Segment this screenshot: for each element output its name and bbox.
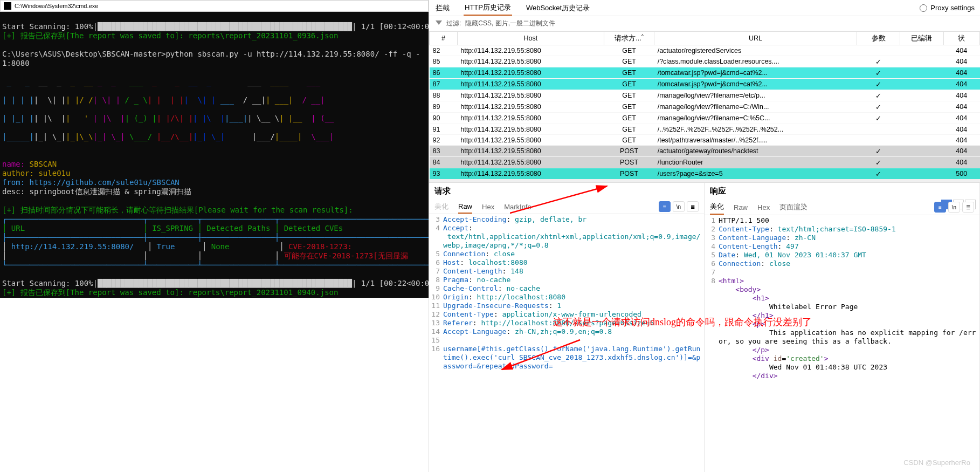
- table-row[interactable]: 92http://114.132.219.55:8080GET/test/pat…: [430, 135, 980, 146]
- col-edited[interactable]: 已编辑: [900, 32, 943, 45]
- req-newline-icon[interactable]: \n: [673, 201, 685, 212]
- table-row[interactable]: 84http://114.132.219.55:8080POST/functio…: [430, 157, 980, 168]
- cmd-line: C:\Users\ASUS\Desktop\SBSCAN-master>pyth…: [2, 50, 420, 58]
- terminal-title: C:\Windows\System32\cmd.exe: [15, 3, 98, 9]
- tab-ws-history[interactable]: WebSocket历史记录: [525, 1, 591, 15]
- req-tab-hex[interactable]: Hex: [482, 201, 494, 213]
- tab-http-history[interactable]: HTTP历史记录: [464, 1, 512, 16]
- scan-progress-1: Start Scanning: 100%|███████████████████…: [2, 22, 429, 31]
- table-row[interactable]: 83http://114.132.219.55:8080POST/actuato…: [430, 146, 980, 157]
- info-from: from: https://github.com/sule01u/SBSCAN: [2, 178, 180, 187]
- ascii-art: _ _ __ _ _ __ _ _ ___ _ _ __ _ ___ ____ …: [2, 77, 426, 86]
- table-row[interactable]: 86http://114.132.219.55:8080GET/tomcatwa…: [430, 67, 980, 79]
- proxy-panel: 拦截 HTTP历史记录 WebSocket历史记录 Proxy settings…: [429, 0, 980, 472]
- res-newline-icon[interactable]: \n: [948, 202, 960, 213]
- scan-progress-2: Start Scanning: 100%|███████████████████…: [2, 279, 429, 288]
- request-pane: 请求 美化 Raw Hex MarkInfo ≡ \n ≣ 3Accept-En…: [429, 183, 705, 472]
- req-tab-raw[interactable]: Raw: [458, 200, 472, 214]
- table-row[interactable]: 89http://114.132.219.55:8080GET/manage/l…: [430, 101, 980, 113]
- saved-msg-2: [+] 报告已保存到[The report was saved to]: rep…: [2, 288, 338, 297]
- history-grid[interactable]: # Host 请求方...^ URL 参数 已编辑 状 82http://114…: [429, 31, 980, 180]
- res-tab-render[interactable]: 页面渲染: [779, 200, 808, 214]
- res-tab-pretty[interactable]: 美化: [710, 200, 724, 215]
- table-row[interactable]: 90http://114.132.219.55:8080GET/manage/l…: [430, 113, 980, 124]
- col-number[interactable]: #: [430, 32, 458, 45]
- req-tab-markinfo[interactable]: MarkInfo: [504, 201, 532, 213]
- filter-bar[interactable]: 过滤: 隐藏CSS, 图片,一般二进制文件: [429, 16, 980, 31]
- proxy-settings-link[interactable]: Proxy settings: [920, 4, 975, 12]
- proxy-top-tabs: 拦截 HTTP历史记录 WebSocket历史记录 Proxy settings: [429, 0, 980, 16]
- response-editor[interactable]: 1HTTP/1.1 5002Content-Type: text/html;ch…: [705, 215, 979, 472]
- col-params[interactable]: 参数: [857, 32, 900, 45]
- tab-intercept[interactable]: 拦截: [434, 1, 451, 15]
- terminal-titlebar[interactable]: C:\Windows\System32\cmd.exe: [0, 0, 429, 12]
- table-row[interactable]: 85http://114.132.219.55:8080GET/?class.m…: [430, 56, 980, 67]
- request-editor[interactable]: 3Accept-Encoding: gzip, deflate, br4Acce…: [429, 214, 704, 472]
- request-title: 请求: [429, 183, 704, 200]
- table-row[interactable]: 87http://114.132.219.55:8080GET/tomcatwa…: [430, 79, 980, 90]
- req-tab-pretty[interactable]: 美化: [434, 200, 448, 214]
- table-row[interactable]: 82http://114.132.219.55:8080GET/actuator…: [430, 45, 980, 56]
- gear-icon: [920, 4, 927, 12]
- response-title: 响应: [705, 183, 979, 200]
- cmd-icon: [4, 2, 11, 10]
- col-method[interactable]: 请求方...^: [604, 32, 654, 45]
- terminal-body[interactable]: Start Scanning: 100%|███████████████████…: [0, 12, 429, 298]
- watermark: CSDN @SuperherRo: [903, 459, 970, 467]
- terminal-window: C:\Windows\System32\cmd.exe Start Scanni…: [0, 0, 429, 472]
- funnel-icon: [436, 20, 442, 27]
- cmd-line-2: 1:8080: [2, 59, 30, 67]
- req-wrap-icon[interactable]: ≣: [687, 201, 699, 212]
- info-desc: desc: springboot信息泄漏扫描 & spring漏洞扫描: [2, 187, 191, 196]
- table-row[interactable]: 88http://114.132.219.55:8080GET/manage/l…: [430, 90, 980, 101]
- table-row[interactable]: 93http://114.132.219.55:8080POST/users?p…: [430, 168, 980, 180]
- res-tab-hex[interactable]: Hex: [757, 201, 770, 214]
- info-name: name: SBSCAN: [2, 160, 57, 168]
- col-url[interactable]: URL: [654, 32, 857, 45]
- wait-message: [+] 扫描时间部分情况下可能稍长，请耐心等待扫描结果[Please wait …: [2, 206, 353, 214]
- info-author: author: sule01u: [2, 169, 70, 177]
- response-pane: 响应 美化 Raw Hex 页面渲染 ≡ \n ≣ 1HTTP/1.1 5002…: [705, 183, 980, 472]
- table-row[interactable]: 91http://114.132.219.55:8080GET/..%252F.…: [430, 124, 980, 135]
- filter-text: 隐藏CSS, 图片,一般二进制文件: [465, 19, 555, 28]
- saved-msg-1: [+] 报告已保存到[The report was saved to]: rep…: [2, 31, 338, 40]
- res-actions-icon[interactable]: ≡: [934, 202, 946, 213]
- res-tab-raw[interactable]: Raw: [734, 201, 748, 214]
- detail-panes: 请求 美化 Raw Hex MarkInfo ≡ \n ≣ 3Accept-En…: [429, 183, 980, 472]
- req-actions-icon[interactable]: ≡: [659, 201, 671, 212]
- col-status[interactable]: 状: [943, 32, 979, 45]
- col-host[interactable]: Host: [457, 32, 604, 45]
- filter-label: 过滤:: [446, 19, 461, 28]
- res-wrap-icon[interactable]: ≣: [962, 202, 974, 213]
